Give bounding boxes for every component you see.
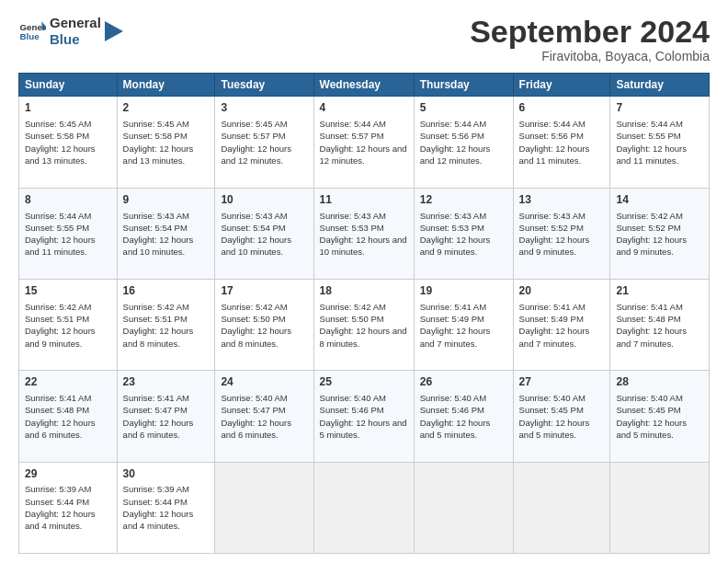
location: Firavitoba, Boyaca, Colombia (470, 49, 710, 63)
sunset: Sunset: 5:49 PM (519, 314, 584, 324)
calendar-cell (215, 462, 313, 553)
sunset: Sunset: 5:48 PM (616, 314, 680, 324)
sunrise: Sunrise: 5:41 AM (123, 393, 189, 403)
header-cell-saturday: Saturday (610, 74, 710, 97)
calendar-cell: 11Sunrise: 5:43 AMSunset: 5:53 PMDayligh… (313, 188, 414, 279)
sunset: Sunset: 5:44 PM (25, 497, 89, 507)
daylight: Daylight: 12 hours and 4 minutes. (25, 509, 96, 531)
sunset: Sunset: 5:47 PM (221, 405, 285, 415)
calendar-cell (313, 462, 414, 553)
calendar-cell: 12Sunrise: 5:43 AMSunset: 5:53 PMDayligh… (414, 188, 513, 279)
sunrise: Sunrise: 5:43 AM (519, 211, 586, 221)
sunrise: Sunrise: 5:45 AM (25, 119, 91, 129)
sunset: Sunset: 5:54 PM (221, 223, 285, 233)
calendar-cell (513, 462, 610, 553)
calendar-cell: 30Sunrise: 5:39 AMSunset: 5:44 PMDayligh… (117, 462, 215, 553)
sunset: Sunset: 5:48 PM (25, 405, 89, 415)
sunrise: Sunrise: 5:40 AM (420, 393, 486, 403)
logo-icon: General Blue (18, 17, 46, 45)
daylight: Daylight: 12 hours and 5 minutes. (616, 418, 687, 440)
sunrise: Sunrise: 5:44 AM (25, 211, 91, 221)
header-cell-sunday: Sunday (19, 74, 118, 97)
calendar-cell: 3Sunrise: 5:45 AMSunset: 5:57 PMDaylight… (215, 97, 313, 188)
page: General Blue General Blue September 2024… (0, 0, 728, 563)
sunrise: Sunrise: 5:44 AM (320, 119, 386, 129)
day-number: 21 (616, 283, 703, 299)
day-number: 27 (519, 374, 605, 390)
sunrise: Sunrise: 5:44 AM (616, 119, 682, 129)
day-number: 25 (320, 374, 408, 390)
day-number: 1 (25, 100, 111, 116)
daylight: Daylight: 12 hours and 4 minutes. (123, 509, 194, 531)
day-number: 19 (420, 283, 507, 299)
day-number: 13 (519, 192, 605, 208)
calendar-cell: 25Sunrise: 5:40 AMSunset: 5:46 PMDayligh… (313, 371, 414, 462)
daylight: Daylight: 12 hours and 6 minutes. (25, 418, 96, 440)
day-number: 20 (519, 283, 605, 299)
sunrise: Sunrise: 5:42 AM (616, 211, 682, 221)
calendar-cell: 1Sunrise: 5:45 AMSunset: 5:58 PMDaylight… (19, 97, 118, 188)
day-number: 28 (616, 374, 703, 390)
week-row-3: 15Sunrise: 5:42 AMSunset: 5:51 PMDayligh… (19, 280, 710, 371)
day-number: 4 (320, 100, 408, 116)
header-cell-friday: Friday (513, 74, 610, 97)
sunrise: Sunrise: 5:42 AM (25, 302, 91, 312)
day-number: 24 (221, 374, 307, 390)
sunset: Sunset: 5:46 PM (320, 405, 384, 415)
calendar-table: SundayMondayTuesdayWednesdayThursdayFrid… (18, 73, 710, 554)
sunset: Sunset: 5:52 PM (616, 223, 680, 233)
day-number: 9 (123, 192, 210, 208)
daylight: Daylight: 12 hours and 11 minutes. (25, 235, 96, 257)
calendar-cell: 15Sunrise: 5:42 AMSunset: 5:51 PMDayligh… (19, 280, 118, 371)
calendar-cell: 9Sunrise: 5:43 AMSunset: 5:54 PMDaylight… (117, 188, 215, 279)
daylight: Daylight: 12 hours and 10 minutes. (320, 235, 407, 257)
sunset: Sunset: 5:58 PM (123, 131, 188, 141)
calendar-cell: 21Sunrise: 5:41 AMSunset: 5:48 PMDayligh… (610, 280, 710, 371)
day-number: 7 (616, 100, 703, 116)
sunset: Sunset: 5:49 PM (420, 314, 484, 324)
sunrise: Sunrise: 5:45 AM (123, 119, 189, 129)
calendar-cell: 10Sunrise: 5:43 AMSunset: 5:54 PMDayligh… (215, 188, 313, 279)
sunset: Sunset: 5:55 PM (616, 131, 680, 141)
calendar-cell: 29Sunrise: 5:39 AMSunset: 5:44 PMDayligh… (19, 462, 118, 553)
daylight: Daylight: 12 hours and 12 minutes. (320, 144, 407, 166)
sunrise: Sunrise: 5:44 AM (420, 119, 486, 129)
sunrise: Sunrise: 5:41 AM (616, 302, 682, 312)
day-number: 11 (320, 192, 408, 208)
day-number: 29 (25, 466, 111, 482)
day-number: 17 (221, 283, 307, 299)
week-row-5: 29Sunrise: 5:39 AMSunset: 5:44 PMDayligh… (19, 462, 710, 553)
calendar-cell: 22Sunrise: 5:41 AMSunset: 5:48 PMDayligh… (19, 371, 118, 462)
sunrise: Sunrise: 5:40 AM (221, 393, 287, 403)
sunrise: Sunrise: 5:41 AM (519, 302, 586, 312)
calendar-cell: 16Sunrise: 5:42 AMSunset: 5:51 PMDayligh… (117, 280, 215, 371)
sunrise: Sunrise: 5:39 AM (25, 484, 91, 494)
daylight: Daylight: 12 hours and 9 minutes. (420, 235, 491, 257)
calendar-cell: 7Sunrise: 5:44 AMSunset: 5:55 PMDaylight… (610, 97, 710, 188)
calendar-cell: 17Sunrise: 5:42 AMSunset: 5:50 PMDayligh… (215, 280, 313, 371)
daylight: Daylight: 12 hours and 12 minutes. (420, 144, 491, 166)
day-number: 23 (123, 374, 210, 390)
daylight: Daylight: 12 hours and 8 minutes. (123, 326, 194, 348)
sunrise: Sunrise: 5:42 AM (320, 302, 386, 312)
week-row-4: 22Sunrise: 5:41 AMSunset: 5:48 PMDayligh… (19, 371, 710, 462)
day-number: 8 (25, 192, 111, 208)
calendar-cell: 27Sunrise: 5:40 AMSunset: 5:45 PMDayligh… (513, 371, 610, 462)
calendar-cell: 14Sunrise: 5:42 AMSunset: 5:52 PMDayligh… (610, 188, 710, 279)
calendar-cell: 20Sunrise: 5:41 AMSunset: 5:49 PMDayligh… (513, 280, 610, 371)
logo-line2: Blue (50, 31, 101, 48)
daylight: Daylight: 12 hours and 7 minutes. (616, 326, 687, 348)
daylight: Daylight: 12 hours and 13 minutes. (123, 144, 194, 166)
calendar-cell: 19Sunrise: 5:41 AMSunset: 5:49 PMDayligh… (414, 280, 513, 371)
daylight: Daylight: 12 hours and 6 minutes. (221, 418, 291, 440)
day-number: 15 (25, 283, 111, 299)
sunset: Sunset: 5:50 PM (320, 314, 384, 324)
daylight: Daylight: 12 hours and 13 minutes. (25, 144, 96, 166)
sunset: Sunset: 5:45 PM (519, 405, 584, 415)
month-title: September 2024 (470, 15, 710, 49)
calendar-cell (414, 462, 513, 553)
day-number: 10 (221, 192, 307, 208)
logo-arrow-icon (105, 21, 123, 41)
sunset: Sunset: 5:50 PM (221, 314, 285, 324)
calendar-cell: 18Sunrise: 5:42 AMSunset: 5:50 PMDayligh… (313, 280, 414, 371)
